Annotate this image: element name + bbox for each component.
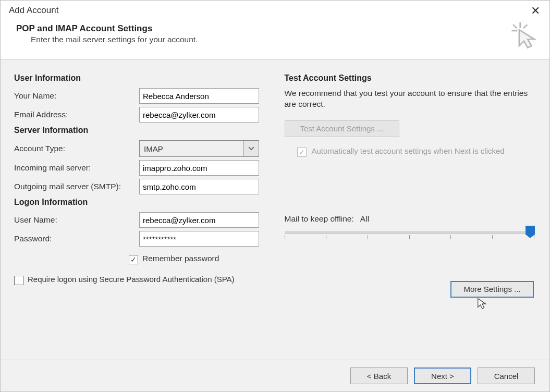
username-input[interactable] bbox=[139, 212, 259, 228]
back-button[interactable]: < Back bbox=[350, 368, 408, 384]
section-logon-information: Logon Information bbox=[14, 198, 264, 207]
outgoing-server-input[interactable] bbox=[139, 179, 259, 194]
outgoing-server-label: Outgoing mail server (SMTP): bbox=[14, 182, 139, 191]
wizard-cursor-icon bbox=[509, 20, 539, 52]
dialog-footer: < Back Next > Cancel bbox=[1, 360, 549, 391]
cancel-button[interactable]: Cancel bbox=[478, 368, 535, 384]
add-account-dialog: Add Account ✕ POP and IMAP Account Setti… bbox=[0, 0, 550, 392]
header-subtitle: Enter the mail server settings for your … bbox=[16, 35, 198, 44]
remember-password-checkbox[interactable] bbox=[129, 255, 138, 264]
right-column: Test Account Settings We recommend that … bbox=[285, 70, 534, 354]
mail-offline-slider[interactable] bbox=[285, 227, 534, 244]
chevron-down-icon[interactable] bbox=[243, 141, 259, 156]
incoming-server-input[interactable] bbox=[139, 160, 259, 176]
header-title: POP and IMAP Account Settings bbox=[16, 23, 198, 34]
dialog-header: POP and IMAP Account Settings Enter the … bbox=[1, 20, 549, 60]
require-spa-label: Require logon using Secure Password Auth… bbox=[28, 275, 235, 284]
svg-line-2 bbox=[513, 24, 517, 28]
your-name-label: Your Name: bbox=[14, 91, 139, 101]
section-user-information: User Information bbox=[14, 74, 264, 83]
auto-test-label: Automatically test account settings when… bbox=[312, 146, 505, 155]
account-type-select[interactable]: IMAP bbox=[139, 140, 259, 157]
password-label: Password: bbox=[14, 234, 139, 243]
auto-test-checkbox[interactable] bbox=[297, 148, 307, 157]
window-title: Add Account bbox=[9, 3, 58, 16]
section-test-account-settings: Test Account Settings bbox=[285, 74, 534, 83]
close-button[interactable]: ✕ bbox=[527, 3, 544, 19]
incoming-server-label: Incoming mail server: bbox=[14, 163, 139, 173]
account-type-value: IMAP bbox=[140, 144, 243, 153]
password-input[interactable] bbox=[139, 231, 259, 247]
email-address-input[interactable] bbox=[139, 107, 259, 123]
account-type-label: Account Type: bbox=[14, 144, 139, 153]
test-account-settings-button[interactable]: Test Account Settings ... bbox=[285, 120, 399, 137]
titlebar: Add Account ✕ bbox=[1, 1, 549, 20]
cursor-icon bbox=[476, 298, 488, 309]
section-server-information: Server Information bbox=[14, 126, 264, 135]
email-address-label: Email Address: bbox=[14, 110, 139, 119]
svg-line-3 bbox=[523, 24, 527, 28]
mail-offline-value: All bbox=[360, 214, 369, 223]
require-spa-checkbox[interactable] bbox=[14, 276, 23, 285]
dialog-body: User Information Your Name: Email Addres… bbox=[1, 60, 549, 360]
mail-offline-label: Mail to keep offline: All bbox=[285, 214, 534, 224]
username-label: User Name: bbox=[14, 215, 139, 225]
your-name-input[interactable] bbox=[139, 88, 259, 104]
more-settings-button[interactable]: More Settings ... bbox=[450, 281, 534, 298]
remember-password-label: Remember password bbox=[142, 254, 219, 263]
left-column: User Information Your Name: Email Addres… bbox=[14, 70, 264, 354]
slider-track bbox=[285, 231, 534, 234]
next-button[interactable]: Next > bbox=[414, 368, 471, 384]
test-settings-description: We recommend that you test your account … bbox=[285, 88, 534, 110]
